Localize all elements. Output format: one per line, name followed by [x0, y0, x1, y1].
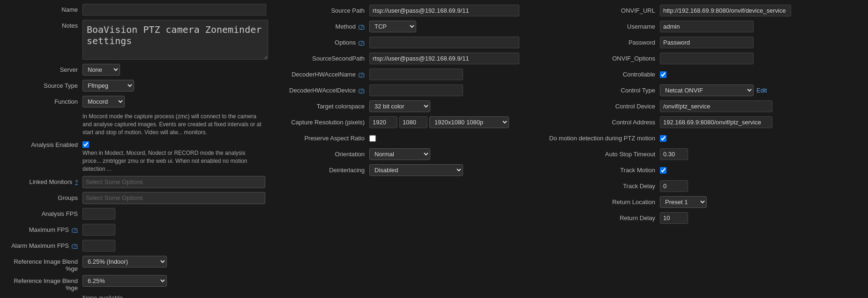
- return-location-select[interactable]: Preset 1 Preset 2 Home: [660, 196, 707, 208]
- return-delay-row: Return Delay: [538, 211, 864, 224]
- groups-label: Groups: [4, 192, 82, 201]
- do-motion-label: Do motion detection during PTZ motion: [538, 135, 660, 142]
- track-delay-input[interactable]: [660, 180, 688, 192]
- track-motion-row: Track Motion: [538, 163, 864, 176]
- function-description: In Mocord mode the capture process (zmc)…: [82, 113, 265, 136]
- alarm-fps-input[interactable]: [82, 240, 115, 252]
- server-row: Server None: [4, 64, 268, 77]
- track-motion-checkbox[interactable]: [660, 167, 666, 174]
- method-label: Method (?): [276, 23, 369, 30]
- analysis-description: When in Modect, Mocord, Nodect or RECORD…: [82, 149, 265, 173]
- username-input[interactable]: [660, 21, 754, 32]
- deinterlacing-select[interactable]: Disabled 4:1 Blending 4:1 Discard 2:1 Bl…: [369, 164, 463, 176]
- return-location-label: Return Location: [538, 199, 660, 206]
- ref-blend-2-select[interactable]: 6.25% 12.5% 25% 50%: [82, 275, 167, 287]
- source-path-label: Source Path: [276, 7, 369, 14]
- capture-width-input[interactable]: [369, 116, 397, 128]
- decoder-name-help[interactable]: (?): [359, 72, 365, 77]
- function-row: Function None Monitor Modect Record Moco…: [4, 96, 268, 109]
- preserve-aspect-label: Preserve Aspect Ratio: [276, 135, 369, 142]
- maximum-fps-input[interactable]: [82, 224, 115, 236]
- capture-resolution-label: Capture Resolution (pixels): [276, 119, 369, 126]
- options-label: Options (?): [276, 39, 369, 46]
- function-select[interactable]: None Monitor Modect Record Mocord Nodect: [82, 96, 125, 107]
- preserve-aspect-checkbox[interactable]: [369, 135, 376, 142]
- ref-blend-2-row: Reference Image Blend %ge 6.25% 12.5% 25…: [4, 275, 268, 291]
- control-device-row: Control Device: [538, 99, 864, 113]
- maximum-fps-row: Maximum FPS (?): [4, 224, 268, 237]
- method-help[interactable]: (?): [359, 24, 365, 30]
- source-type-row: Source Type Ffmpeg LibVLC cURL: [4, 80, 268, 93]
- orientation-select[interactable]: Normal Rotate Right Rotate Left Flip Hor…: [369, 148, 430, 160]
- capture-preset-select[interactable]: 1920x1080 1080p 1280x720 720p 640x480 VG…: [429, 116, 509, 128]
- decoder-name-input[interactable]: [369, 69, 463, 80]
- colorspace-select[interactable]: 32 bit color 24 bit color 8 bit greyscal…: [369, 100, 430, 112]
- source-type-select[interactable]: Ffmpeg LibVLC cURL: [82, 80, 134, 92]
- controllable-label: Controllable: [538, 71, 660, 78]
- controllable-checkbox[interactable]: [660, 71, 666, 78]
- notes-textarea[interactable]: BoaVision PTZ camera Zoneminder settings: [82, 20, 268, 60]
- name-input[interactable]: [82, 4, 266, 15]
- control-address-input[interactable]: [660, 116, 772, 128]
- groups-row: Groups Select Some Options: [4, 192, 268, 205]
- controllable-row: Controllable: [538, 68, 864, 81]
- decoder-device-input[interactable]: [369, 84, 463, 96]
- groups-select[interactable]: Select Some Options: [82, 192, 265, 204]
- control-type-select[interactable]: Netcat ONVIF ONVIF Manual: [660, 84, 754, 96]
- orientation-label: Orientation: [276, 151, 369, 158]
- decoder-device-label: DecoderHWAccelDevice (?): [276, 87, 369, 94]
- deinterlacing-row: Deinterlacing Disabled 4:1 Blending 4:1 …: [276, 163, 531, 176]
- options-help[interactable]: (?): [359, 40, 365, 46]
- linked-monitors-help[interactable]: ?: [75, 179, 78, 185]
- server-label: Server: [4, 64, 82, 73]
- onvif-options-label: ONVIF_Options: [538, 55, 660, 62]
- triggers-value: None available: [82, 292, 123, 298]
- triggers-row: Triggers None available: [4, 294, 268, 298]
- alarm-fps-row: Alarm Maximum FPS (?): [4, 240, 268, 253]
- auto-stop-label: Auto Stop Timeout: [538, 151, 660, 158]
- analysis-fps-row: Analysis FPS: [4, 208, 268, 221]
- colorspace-label: Target colorspace: [276, 103, 369, 110]
- track-motion-label: Track Motion: [538, 167, 660, 174]
- do-motion-checkbox[interactable]: [660, 135, 666, 142]
- source-path-input[interactable]: [369, 5, 519, 16]
- return-delay-input[interactable]: [660, 212, 688, 224]
- right-column: ONVIF_URL Username Password ONVIF_Option…: [534, 4, 868, 298]
- analysis-fps-input[interactable]: [82, 208, 115, 220]
- deinterlacing-label: Deinterlacing: [276, 167, 369, 174]
- onvif-options-input[interactable]: [660, 53, 754, 64]
- notes-row: Notes BoaVision PTZ camera Zoneminder se…: [4, 20, 268, 61]
- name-row: Name: [4, 4, 268, 17]
- name-label: Name: [4, 4, 82, 13]
- analysis-enabled-checkbox[interactable]: [82, 141, 89, 148]
- onvif-url-input[interactable]: [660, 5, 791, 16]
- alarm-fps-help[interactable]: (?): [72, 243, 78, 249]
- server-select[interactable]: None: [82, 64, 120, 76]
- onvif-url-row: ONVIF_URL: [538, 4, 864, 17]
- password-label: Password: [538, 39, 660, 46]
- options-row: Options (?): [276, 36, 531, 49]
- return-delay-label: Return Delay: [538, 214, 660, 222]
- maximum-fps-help[interactable]: (?): [72, 227, 78, 233]
- source-second-path-input[interactable]: [369, 53, 519, 64]
- method-select[interactable]: TCP UDP RTP: [369, 21, 416, 32]
- options-input[interactable]: [369, 37, 519, 48]
- control-device-input[interactable]: [660, 100, 772, 112]
- capture-height-input[interactable]: [399, 116, 427, 128]
- linked-monitors-row: Linked Monitors ? Select Some Options: [4, 176, 268, 189]
- source-path-row: Source Path: [276, 4, 531, 17]
- decoder-device-help[interactable]: (?): [359, 88, 365, 93]
- method-row: Method (?) TCP UDP RTP: [276, 20, 531, 33]
- password-input[interactable]: [660, 37, 754, 48]
- onvif-url-label: ONVIF_URL: [538, 7, 660, 14]
- decoder-name-row: DecoderHWAccelName (?): [276, 68, 531, 81]
- middle-column: Source Path Method (?) TCP UDP RTP Opt: [272, 4, 534, 298]
- decoder-device-row: DecoderHWAccelDevice (?): [276, 84, 531, 97]
- linked-monitors-select[interactable]: Select Some Options: [82, 176, 265, 188]
- notes-label: Notes: [4, 20, 82, 29]
- auto-stop-input[interactable]: [660, 148, 688, 160]
- return-location-row: Return Location Preset 1 Preset 2 Home: [538, 195, 864, 208]
- ref-blend-1-select[interactable]: 6.25% (Indoor) 12.5% 25% 50%: [82, 256, 167, 267]
- track-delay-label: Track Delay: [538, 183, 660, 190]
- edit-link[interactable]: Edit: [756, 87, 767, 94]
